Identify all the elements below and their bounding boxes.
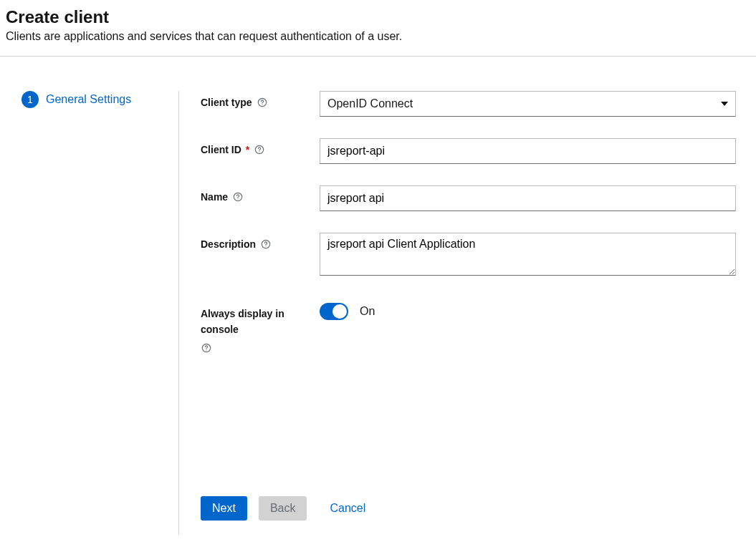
always-display-toggle[interactable] — [320, 303, 348, 320]
label-always-display: Always display in console — [201, 300, 320, 354]
next-button[interactable]: Next — [201, 496, 247, 521]
row-name: Name — [201, 185, 736, 211]
cancel-button[interactable]: Cancel — [318, 496, 377, 521]
toggle-knob — [332, 304, 347, 319]
client-type-select[interactable]: OpenID Connect — [320, 91, 736, 117]
svg-point-9 — [206, 349, 206, 350]
row-always-display: Always display in console On — [201, 300, 736, 354]
svg-point-3 — [259, 151, 260, 152]
wizard-nav: 1 General Settings — [0, 91, 179, 535]
form-area: Client type OpenID Connect Client I — [179, 91, 756, 535]
client-id-input[interactable] — [320, 138, 736, 164]
client-type-value: OpenID Connect — [327, 97, 721, 110]
help-icon[interactable] — [254, 144, 265, 155]
label-client-id: Client ID * — [201, 138, 320, 155]
svg-point-7 — [265, 246, 266, 246]
chevron-down-icon — [721, 102, 728, 106]
page-header: Create client Clients are applications a… — [0, 0, 756, 57]
step-number-badge: 1 — [21, 91, 39, 108]
row-description: Description — [201, 233, 736, 279]
row-client-type: Client type OpenID Connect — [201, 91, 736, 117]
help-icon[interactable] — [232, 191, 244, 203]
step-label: General Settings — [46, 93, 131, 106]
description-input[interactable] — [320, 233, 736, 276]
back-button[interactable]: Back — [259, 496, 307, 521]
row-client-id: Client ID * — [201, 138, 736, 164]
label-name: Name — [201, 185, 320, 203]
name-input[interactable] — [320, 185, 736, 211]
page-title: Create client — [6, 7, 750, 27]
toggle-state-label: On — [360, 305, 375, 318]
svg-point-5 — [238, 198, 239, 199]
required-mark: * — [246, 144, 249, 155]
form-footer: Next Back Cancel — [201, 468, 736, 535]
page-subtitle: Clients are applications and services th… — [6, 30, 750, 43]
svg-point-1 — [262, 104, 262, 105]
help-icon[interactable] — [201, 342, 212, 354]
content-area: 1 General Settings Client type OpenID Co… — [0, 57, 756, 535]
help-icon[interactable] — [257, 97, 268, 108]
wizard-step-general-settings[interactable]: 1 General Settings — [21, 91, 178, 108]
label-description: Description — [201, 233, 320, 250]
label-client-type: Client type — [201, 91, 320, 108]
help-icon[interactable] — [260, 238, 272, 250]
